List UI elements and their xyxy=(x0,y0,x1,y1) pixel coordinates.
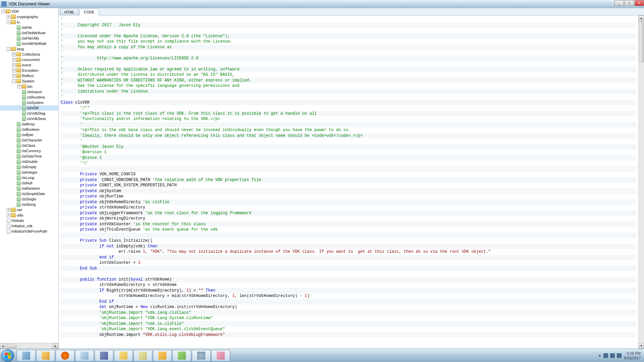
scroll-left-icon[interactable]: ◄ xyxy=(0,344,6,349)
close-button[interactable]: ✕ xyxy=(635,0,644,6)
tree-node-clssingle[interactable]: clsSingle xyxy=(0,196,58,202)
tree-node-clssimpledate[interactable]: clsSimpleDate xyxy=(0,191,58,196)
tray-chevron-icon[interactable]: ▲ xyxy=(598,353,601,358)
tree-node-clsbyte[interactable]: clsByte xyxy=(0,132,58,137)
expand-icon[interactable]: + xyxy=(7,214,10,217)
tray-volume-icon[interactable] xyxy=(617,353,622,358)
taskbar-app-gear[interactable] xyxy=(192,350,211,361)
tab-code[interactable]: CODE xyxy=(79,9,99,15)
collapse-icon[interactable]: − xyxy=(7,47,10,51)
tree-node-clsempty[interactable]: clsEmpty xyxy=(0,164,58,170)
taskbar-app-folder[interactable] xyxy=(114,350,133,361)
taskbar-app-vs[interactable] xyxy=(95,350,113,361)
tree-node-bin[interactable]: +bin xyxy=(0,84,58,89)
tree-node-clsstring[interactable]: clsString xyxy=(0,202,58,207)
tree-node-event[interactable]: +event xyxy=(0,62,58,68)
expand-icon[interactable]: + xyxy=(7,208,10,212)
scroll-right-icon[interactable]: ► xyxy=(53,344,58,349)
scroll-down-icon[interactable]: ▼ xyxy=(639,343,644,349)
taskbar-app-explorer[interactable] xyxy=(75,350,94,361)
expand-icon[interactable]: + xyxy=(12,58,16,62)
taskbar-app-remote[interactable] xyxy=(153,350,172,361)
tree-label: clsImport xyxy=(27,89,42,95)
tree-node-lang[interactable]: −lang xyxy=(0,46,58,52)
tree-node-collections[interactable]: +Collections xyxy=(0,52,58,57)
tray-network-icon[interactable] xyxy=(610,353,615,358)
taskbar-app-chart[interactable] xyxy=(172,350,191,361)
taskbar-app-winamp[interactable] xyxy=(36,350,55,361)
tree-node-clsdatetime[interactable]: clsDateTime xyxy=(0,154,58,159)
tree-node-clsdouble[interactable]: clsDouble xyxy=(0,159,58,164)
expand-icon[interactable]: + xyxy=(12,69,16,72)
tree-label: utils xyxy=(17,213,23,218)
file-icon xyxy=(22,106,26,110)
tree-node-clsfileattribute[interactable]: clsFileAttribute xyxy=(0,30,58,36)
file-icon xyxy=(17,170,20,175)
tree-node-initializevdkfrompath[interactable]: InitializeVdkFromPath xyxy=(0,229,58,234)
scroll-up-icon[interactable]: ▲ xyxy=(639,15,644,21)
expand-icon[interactable]: + xyxy=(17,85,21,88)
vs-icon xyxy=(100,352,108,360)
tree-node-clslong[interactable]: clsLong xyxy=(0,175,58,180)
tree-node-net[interactable]: +net xyxy=(0,207,58,213)
tree-node-clsimport[interactable]: clsImport xyxy=(0,89,58,95)
tree-node-clsvdk[interactable]: clsVDK xyxy=(0,105,58,111)
tray-clock[interactable]: 5:26 PM 8/16/2017 xyxy=(624,351,641,360)
scroll-thumb[interactable] xyxy=(7,344,16,348)
tree-node-utils[interactable]: +utils xyxy=(0,213,58,218)
tree-node-clsvdkdiag[interactable]: clsVdkDiag xyxy=(0,111,58,116)
tray-icons[interactable]: ▲ xyxy=(598,353,622,358)
expand-icon[interactable]: + xyxy=(7,15,10,19)
tree-label: clsVdkDiag xyxy=(27,111,45,116)
collapse-icon[interactable]: − xyxy=(7,20,10,24)
tree-node-globals[interactable]: Globals xyxy=(0,218,58,223)
taskbar-app-disk[interactable] xyxy=(133,350,152,361)
taskbar-app-cube[interactable] xyxy=(17,350,36,361)
tree-node-clsinteger[interactable]: clsInteger xyxy=(0,170,58,175)
tree-node-clsboolean[interactable]: clsBoolean xyxy=(0,127,58,132)
main-area: −VDK +cryptography −io clsFile clsFileAt… xyxy=(0,8,644,349)
tray-flag-icon[interactable] xyxy=(603,353,608,358)
tree-node-vdk[interactable]: −VDK xyxy=(0,9,58,14)
tree-node-clsclass[interactable]: clsClass xyxy=(0,143,58,148)
tree-node-clssystem[interactable]: clsSystem xyxy=(0,100,58,105)
scroll-track[interactable] xyxy=(639,21,644,343)
tree-node-initialize-vdk[interactable]: Initialize_vdk xyxy=(0,223,58,229)
taskbar-app-firefox[interactable] xyxy=(56,350,74,361)
tree-node-clsarray[interactable]: clsArray xyxy=(0,121,58,127)
expand-icon[interactable]: + xyxy=(12,63,16,67)
tree-node-concurrent[interactable]: +concurrent xyxy=(0,57,58,62)
tree-node-exception[interactable]: +Exception xyxy=(0,68,58,73)
expand-icon[interactable]: + xyxy=(12,74,16,78)
scroll-thumb[interactable] xyxy=(639,22,644,62)
tree-node-clscurrency[interactable]: clsCurrency xyxy=(0,148,58,154)
start-button[interactable] xyxy=(1,349,14,362)
tree-label: InitializeVdkFromPath xyxy=(11,229,47,234)
tree-node-clsfile[interactable]: clsFile xyxy=(0,25,58,30)
tree-node-system[interactable]: −System xyxy=(0,78,58,84)
tree-node-clscharacter[interactable]: clsCharacter xyxy=(0,137,58,143)
file-icon xyxy=(17,176,20,180)
tree-node-clsvdkfilewalk[interactable]: clsVdkFileWalk xyxy=(0,41,58,46)
taskbar-app-paint[interactable] xyxy=(211,350,230,361)
tree-node-reflect[interactable]: +Reflect xyxy=(0,73,58,78)
tree-node-clsfileutils[interactable]: clsFileUtils xyxy=(0,36,58,41)
tree-node-clsruntime[interactable]: clsRuntime xyxy=(0,95,58,100)
tree-node-clsvdksess[interactable]: clsVdkSess xyxy=(0,116,58,121)
tab-html[interactable]: HTML xyxy=(60,9,79,15)
tree-hscrollbar[interactable]: ◄ ► xyxy=(0,343,58,349)
collapse-icon[interactable]: − xyxy=(1,10,5,13)
expand-icon[interactable]: + xyxy=(12,53,16,56)
code-content[interactable]: '' Copyright 2017 Jason Ely'' Licensed u… xyxy=(59,15,638,349)
tree-node-io[interactable]: −io xyxy=(0,19,58,25)
tree-label: clsFile xyxy=(21,25,32,30)
tree-node-clsrandom[interactable]: clsRandom xyxy=(0,186,58,191)
tree-label: clsVdkFileWalk xyxy=(21,41,46,46)
minimize-button[interactable]: _ xyxy=(614,0,624,6)
tree-node-cryptography[interactable]: +cryptography xyxy=(0,14,58,19)
vscrollbar[interactable]: ▲ ▼ xyxy=(638,15,644,349)
tree-node-clsnull[interactable]: clsNull xyxy=(0,180,58,186)
collapse-icon[interactable]: − xyxy=(12,79,16,83)
maximize-button[interactable]: □ xyxy=(625,0,634,6)
file-icon xyxy=(17,149,20,153)
